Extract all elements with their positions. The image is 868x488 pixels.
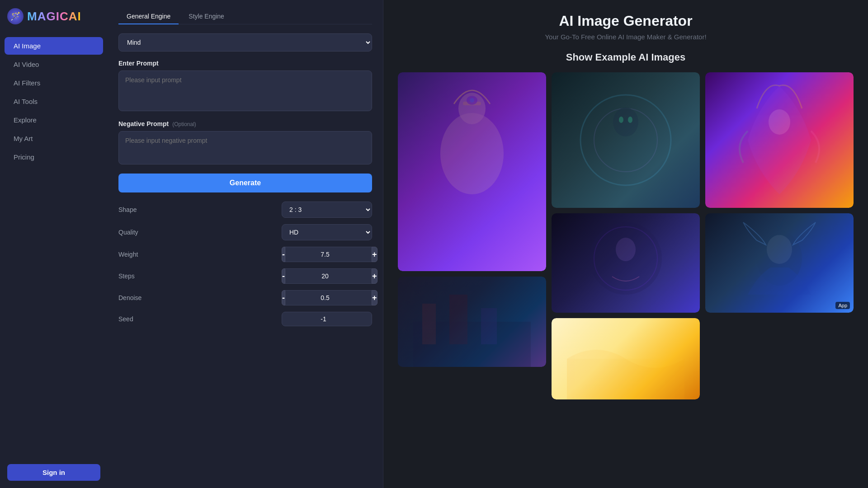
- weight-plus-button[interactable]: +: [372, 247, 377, 262]
- weight-control: - +: [282, 247, 372, 262]
- sidebar-item-label: AI Image: [14, 42, 41, 50]
- prompt-input[interactable]: [118, 70, 372, 111]
- gallery-item-bottom-mid[interactable]: [552, 318, 700, 399]
- sidebar: 🪄 MAGICAI AI Image AI Video AI Filters A…: [0, 0, 108, 488]
- svg-point-20: [767, 235, 792, 264]
- weight-input[interactable]: [285, 247, 372, 262]
- sidebar-item-my-art[interactable]: My Art: [5, 130, 103, 147]
- weight-minus-button[interactable]: -: [282, 247, 285, 262]
- gallery-header: AI Image Generator Your Go-To Free Onlin…: [398, 13, 854, 41]
- tab-bar: General Engine Style Engine: [118, 9, 372, 24]
- app-badge: App: [835, 302, 850, 309]
- sidebar-item-explore[interactable]: Explore: [5, 111, 103, 129]
- weight-label: Weight: [118, 251, 155, 258]
- sidebar-item-label: Pricing: [14, 153, 34, 161]
- sign-in-button[interactable]: Sign in: [7, 464, 100, 481]
- steps-input[interactable]: [285, 268, 372, 284]
- svg-point-0: [440, 113, 504, 194]
- svg-point-13: [628, 117, 632, 123]
- denoise-input[interactable]: [285, 290, 372, 305]
- sidebar-item-ai-video[interactable]: AI Video: [5, 56, 103, 73]
- svg-point-16: [616, 238, 636, 261]
- sidebar-item-pricing[interactable]: Pricing: [5, 148, 103, 166]
- seed-label: Seed: [118, 315, 155, 323]
- gallery-item-moon-girl[interactable]: [552, 213, 700, 313]
- sidebar-item-ai-tools[interactable]: AI Tools: [5, 93, 103, 110]
- sidebar-item-ai-filters[interactable]: AI Filters: [5, 74, 103, 92]
- quality-label: Quality: [118, 229, 155, 236]
- gallery-section-title: Show Example AI Images: [398, 52, 854, 63]
- generate-button[interactable]: Generate: [118, 174, 372, 192]
- steps-control: - +: [282, 268, 372, 284]
- model-selector[interactable]: Mind: [118, 33, 372, 52]
- logo-area: 🪄 MAGICAI: [0, 0, 108, 33]
- negative-prompt-input[interactable]: [118, 131, 372, 164]
- shape-setting: Shape 2 : 3 1 : 1 3 : 2 16 : 9: [118, 202, 372, 218]
- svg-point-4: [470, 98, 474, 103]
- steps-plus-button[interactable]: +: [372, 268, 377, 284]
- svg-point-12: [619, 117, 623, 123]
- svg-rect-8: [481, 308, 497, 344]
- shape-select[interactable]: 2 : 3 1 : 1 3 : 2 16 : 9: [282, 202, 372, 218]
- gallery-item-anime-circle[interactable]: [552, 72, 700, 208]
- gallery-title: AI Image Generator: [398, 13, 854, 29]
- svg-point-11: [613, 108, 638, 136]
- gallery-subtitle: Your Go-To Free Online AI Image Maker & …: [398, 33, 854, 41]
- logo-text: MAGICAI: [27, 9, 81, 23]
- gallery-item-bottom-left[interactable]: [398, 277, 546, 367]
- sidebar-item-label: My Art: [14, 135, 33, 142]
- denoise-minus-button[interactable]: -: [282, 290, 285, 305]
- gallery-item-queen[interactable]: [398, 72, 546, 271]
- denoise-label: Denoise: [118, 294, 155, 301]
- denoise-plus-button[interactable]: +: [372, 290, 377, 305]
- sidebar-item-label: AI Filters: [14, 79, 40, 87]
- seed-input[interactable]: [282, 312, 372, 326]
- svg-rect-7: [449, 295, 467, 344]
- gallery-grid: App: [398, 72, 854, 399]
- tab-style-engine[interactable]: Style Engine: [180, 9, 232, 24]
- seed-setting: Seed: [118, 312, 372, 326]
- center-panel: General Engine Style Engine Mind Enter P…: [108, 0, 383, 488]
- quality-setting: Quality HD SD Full HD: [118, 224, 372, 240]
- svg-point-18: [769, 109, 790, 135]
- weight-setting: Weight - +: [118, 247, 372, 262]
- quality-select[interactable]: HD SD Full HD: [282, 224, 372, 240]
- gallery-item-wizard[interactable]: App: [705, 213, 854, 313]
- denoise-setting: Denoise - +: [118, 290, 372, 305]
- enter-prompt-label: Enter Prompt: [118, 60, 372, 67]
- logo-icon: 🪄: [7, 8, 24, 24]
- steps-label: Steps: [118, 272, 155, 280]
- negative-prompt-label: Negative Prompt (Optional): [118, 120, 372, 127]
- sidebar-item-label: AI Video: [14, 61, 39, 68]
- shape-label: Shape: [118, 206, 155, 213]
- signin-area: Sign in: [0, 457, 108, 488]
- gallery-panel: AI Image Generator Your Go-To Free Onlin…: [383, 0, 868, 488]
- svg-rect-6: [422, 304, 436, 344]
- gallery-item-anime-colorful[interactable]: [705, 72, 854, 208]
- tab-general-engine[interactable]: General Engine: [118, 9, 179, 24]
- sidebar-item-label: Explore: [14, 116, 37, 124]
- steps-minus-button[interactable]: -: [282, 268, 285, 284]
- nav-list: AI Image AI Video AI Filters AI Tools Ex…: [0, 33, 108, 457]
- denoise-control: - +: [282, 290, 372, 305]
- sidebar-item-label: AI Tools: [14, 98, 38, 105]
- steps-setting: Steps - +: [118, 268, 372, 284]
- sidebar-item-ai-image[interactable]: AI Image: [5, 37, 103, 55]
